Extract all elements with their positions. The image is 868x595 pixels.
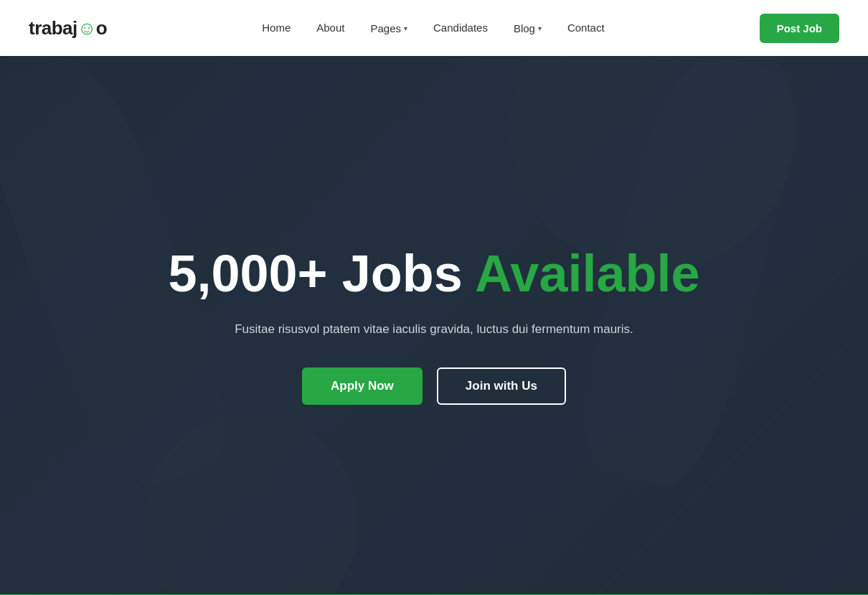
navbar: trabaj☺o Home About Pages ▾ Candidates B… — [0, 0, 868, 56]
nav-link-pages-label: Pages — [370, 22, 401, 34]
nav-link-pages[interactable]: Pages ▾ — [370, 22, 407, 34]
join-with-us-button[interactable]: Join with Us — [437, 367, 566, 405]
nav-item-candidates[interactable]: Candidates — [433, 22, 488, 34]
nav-link-blog[interactable]: Blog ▾ — [514, 22, 542, 34]
logo-text: trabaj☺o — [29, 17, 107, 39]
nav-item-blog[interactable]: Blog ▾ — [514, 22, 542, 34]
nav-link-blog-label: Blog — [514, 22, 535, 34]
hero-subtitle: Fusitae risusvol ptatem vitae iaculis gr… — [168, 319, 699, 339]
blog-chevron-icon: ▾ — [538, 24, 542, 32]
hero-content: 5,000+ Jobs Available Fusitae risusvol p… — [154, 245, 714, 405]
hero-title: 5,000+ Jobs Available — [168, 245, 699, 302]
nav-item-about[interactable]: About — [316, 22, 344, 34]
nav-links: Home About Pages ▾ Candidates Blog ▾ — [262, 22, 604, 34]
nav-link-contact[interactable]: Contact — [567, 22, 605, 34]
nav-link-about[interactable]: About — [316, 22, 344, 34]
nav-item-pages[interactable]: Pages ▾ — [370, 22, 407, 34]
nav-link-home[interactable]: Home — [262, 22, 291, 34]
logo-text-part2: o — [96, 17, 107, 39]
logo-icon-letter: ☺ — [77, 17, 96, 39]
pages-chevron-icon: ▾ — [404, 24, 407, 32]
nav-item-contact[interactable]: Contact — [567, 22, 605, 34]
post-job-button[interactable]: Post Job — [760, 14, 839, 43]
apply-now-button[interactable]: Apply Now — [302, 367, 423, 405]
logo-text-part1: trabaj — [29, 17, 77, 39]
nav-item-home[interactable]: Home — [262, 22, 291, 34]
nav-link-candidates[interactable]: Candidates — [433, 22, 488, 34]
hero-buttons: Apply Now Join with Us — [168, 367, 699, 405]
hero-title-green: Available — [475, 245, 700, 302]
hero-section: 5,000+ Jobs Available Fusitae risusvol p… — [0, 56, 868, 594]
hero-title-white: 5,000+ Jobs — [168, 245, 475, 302]
logo[interactable]: trabaj☺o — [29, 17, 107, 39]
